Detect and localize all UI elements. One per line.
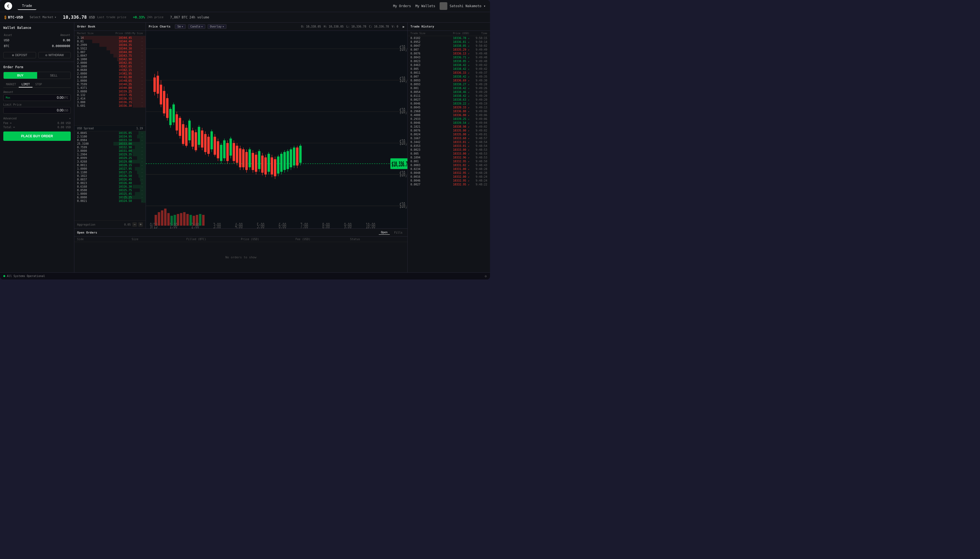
trade-history-row[interactable]: 0.0045 10339.33 ↗ 9:49:13 (408, 105, 490, 109)
trade-history-row[interactable]: 0.001 10338.42 ↗ 9:49:26 (408, 86, 490, 90)
trade-history-row[interactable]: 0.0076 10336.13 ↗ 9:49:48 (408, 51, 490, 55)
ask-row[interactable]: 0.0688 10342.15 - (74, 68, 146, 72)
withdraw-button[interactable]: ⊖ WITHDRAW (38, 52, 71, 58)
chart-type-selector[interactable]: Candle ▾ (188, 24, 206, 29)
trade-history-row[interactable]: 0.2933 10339.25 ↗ 9:49:06 (408, 117, 490, 121)
trade-history-row[interactable]: 0.0027 10338.63 ↗ 9:49:20 (408, 98, 490, 101)
app-logo[interactable]: C (4, 2, 12, 10)
trade-history-row[interactable]: 0.005 10338.42 ↗ 9:49:42 (408, 67, 490, 71)
timeframe-selector[interactable]: 5m ▾ (175, 24, 186, 29)
ask-row[interactable]: 0.132 10337.35 - (74, 93, 146, 97)
bid-row[interactable]: 1.2904 10329.35 - (74, 153, 146, 156)
trade-history-row[interactable]: 0.0023 10333.00 ↗ 9:48:53 (408, 148, 490, 152)
bid-row[interactable]: 0.6168 10326.30 - (74, 185, 146, 189)
ask-row[interactable]: 0.5922 10344.30 - (74, 47, 146, 50)
trade-history-row[interactable]: 0.0083 10331.02 ↗ 9:48:43 (408, 163, 490, 167)
bid-row[interactable]: 3.0268 10329.00 - (74, 160, 146, 164)
amount-input[interactable] (12, 96, 63, 99)
trade-history-row[interactable]: 0.001 10332.95 ↗ 9:48:50 (408, 159, 490, 163)
ask-row[interactable]: 1.4371 10340.00 - (74, 86, 146, 90)
ask-row[interactable]: 0.1000 10342.65 - (74, 64, 146, 68)
oo-tab-open[interactable]: Open (379, 230, 390, 235)
bid-row[interactable]: 1.0000 10327.95 - (74, 167, 146, 170)
user-menu[interactable]: Satoshi Nakamoto ▾ (439, 2, 486, 10)
ask-row[interactable]: 2.414 10336.55 - (74, 97, 146, 101)
agg-decrease-button[interactable]: − (133, 222, 137, 227)
trade-history-row[interactable]: 0.0234 10331.00 ↗ 9:48:28 (408, 167, 490, 171)
bid-row[interactable]: 0.0500 10325.75 - (74, 189, 146, 192)
ask-row[interactable]: 1.007 10344.00 - (74, 50, 146, 54)
trade-history-row[interactable]: 0.0046 10339.54 ↗ 9:49:04 (408, 121, 490, 125)
trade-history-row[interactable]: 0.0027 10332.95 ↗ 9:48:22 (408, 182, 490, 186)
bid-row[interactable]: 25.3100 10333.00 - (74, 142, 146, 146)
ask-row[interactable]: 0.01 10344.40 - (74, 40, 146, 43)
agg-increase-button[interactable]: + (138, 222, 143, 227)
limit-price-input[interactable] (6, 108, 63, 112)
stop-tab[interactable]: STOP (33, 82, 45, 88)
trade-history-row[interactable]: 0.0046 10332.95 ↗ 9:48:24 (408, 179, 490, 182)
ask-row[interactable]: 2.0000 10342.85 - (74, 61, 146, 64)
bid-row[interactable]: 0.0011 10328.15 - (74, 164, 146, 167)
deposit-button[interactable]: ⊕ DEPOSIT (3, 52, 36, 58)
trade-history-row[interactable]: 0.0111 10338.42 ↗ 9:49:20 (408, 94, 490, 98)
place-order-button[interactable]: PLACE BUY ORDER (3, 132, 71, 141)
bid-row[interactable]: 0.1100 10327.25 - (74, 170, 146, 174)
ask-row[interactable]: 5.601 10336.30 - (74, 104, 146, 108)
trade-history-row[interactable]: 0.0093 10338.27 ↗ 9:49:28 (408, 82, 490, 86)
chart-area[interactable]: $10,425 $10,400 $10,375 $10,350 $10,325 … (146, 31, 408, 228)
bid-row[interactable]: 0.0021 10324.50 - (74, 199, 146, 203)
trade-history-row[interactable]: 0.0011 10336.33 ↗ 9:49:37 (408, 71, 490, 74)
trade-history-row[interactable]: 0.005 10333.00 ↗ 9:48:53 (408, 152, 490, 155)
buy-button[interactable]: BUY (3, 72, 37, 79)
ask-row[interactable]: 0.6100 10341.80 - (74, 75, 146, 79)
my-wallets-link[interactable]: My Wallets (415, 4, 435, 8)
ask-row[interactable]: 1.0047 10343.75 - (74, 54, 146, 58)
trade-history-row[interactable]: 0.0016 10332.00 ↗ 9:48:24 (408, 175, 490, 179)
advanced-row[interactable]: Advanced ▾ (3, 116, 71, 121)
market-select[interactable]: Select Market ▾ (30, 15, 56, 19)
bid-row[interactable]: 0.1022 10326.50 - (74, 174, 146, 178)
ask-row[interactable]: 0.1000 10342.90 - (74, 58, 146, 61)
trade-history-row[interactable]: 0.4000 10336.80 ↗ 9:49:06 (408, 113, 490, 117)
trade-history-row[interactable]: 0.0046 10339.22 ↗ 9:49:19 (408, 101, 490, 105)
ask-row[interactable]: 2.0000 10341.95 - (74, 72, 146, 75)
trade-history-row[interactable]: 0.0102 10336.78 ↗ 9:50:15 (408, 36, 490, 40)
max-link[interactable]: Max (6, 96, 10, 99)
trade-history-row[interactable]: 0.0076 10335.00 ↗ 9:49:02 (408, 129, 490, 132)
settings-icon[interactable]: ⚙ (485, 274, 487, 278)
bid-row[interactable]: 2.5100 10334.95 - (74, 135, 146, 138)
bid-row[interactable]: 1.0000 10325.45 - (74, 192, 146, 195)
trade-history-row[interactable]: 0.0952 10336.81 ↗ 9:50:14 (408, 40, 490, 44)
chart-expand-icon[interactable]: ▶ (403, 25, 405, 29)
trade-history-row[interactable]: 0.007 10335.29 ↗ 9:49:49 (408, 48, 490, 51)
limit-tab[interactable]: LIMIT (19, 82, 33, 88)
bid-row[interactable]: 3.0000 10331.00 - (74, 149, 146, 153)
ask-row[interactable]: 3.14 10344.45 - (74, 36, 146, 40)
trade-history-row[interactable]: 0.3442 10333.01 ↗ 9:48:54 (408, 140, 490, 144)
my-orders-link[interactable]: My Orders (393, 4, 411, 8)
trade-history-row[interactable]: 0.2968 10336.80 ↗ 9:49:06 (408, 109, 490, 113)
trade-history-row[interactable]: 0.0048 10332.95 ↗ 9:48:28 (408, 171, 490, 175)
trade-history-row[interactable]: 0.1821 10338.98 ↗ 9:49:02 (408, 125, 490, 129)
bid-row[interactable]: 0.0037 10326.45 - (74, 178, 146, 181)
trade-history-row[interactable]: 0.007 10338.42 ↗ 9:49:35 (408, 74, 490, 78)
trade-history-row[interactable]: 0.0023 10338.05 ↗ 9:49:48 (408, 59, 490, 63)
trade-history-row[interactable]: 0.0024 10335.00 ↗ 9:49:01 (408, 132, 490, 136)
trade-history-row[interactable]: 0.0054 10338.46 ↗ 9:49:20 (408, 90, 490, 94)
trade-history-row[interactable]: 0.0353 10333.01 ↗ 9:48:54 (408, 144, 490, 148)
trade-history-row[interactable]: 0.0463 10338.42 ↗ 9:49:42 (408, 63, 490, 67)
trade-history-row[interactable]: 0.0043 10336.71 ↗ 9:49:48 (408, 55, 490, 59)
trade-history-row[interactable]: 0.1667 10333.60 ↗ 9:48:57 (408, 136, 490, 140)
bid-row[interactable]: 4.0045 10335.05 - (74, 131, 146, 135)
trade-history-row[interactable]: 0.0047 10338.05 ↗ 9:50:02 (408, 44, 490, 48)
trade-history-row[interactable]: 0.0093 10336.69 ↗ 9:49:30 (408, 78, 490, 82)
bid-row[interactable]: 0.0023 10326.40 - (74, 181, 146, 185)
overlay-selector[interactable]: Overlay ▾ (207, 24, 227, 29)
bid-row[interactable]: 0.0999 10329.25 - (74, 156, 146, 160)
nav-tab-trade[interactable]: Trade (18, 2, 36, 10)
ask-row[interactable]: 1.0000 10340.65 - (74, 79, 146, 83)
trade-history-row[interactable]: 0.1094 10332.96 ↗ 9:48:53 (408, 155, 490, 159)
bid-row[interactable]: 0.7599 10332.90 - (74, 146, 146, 149)
ask-row[interactable]: 0.2999 10344.35 - (74, 43, 146, 47)
market-tab[interactable]: MARKET (3, 82, 19, 88)
